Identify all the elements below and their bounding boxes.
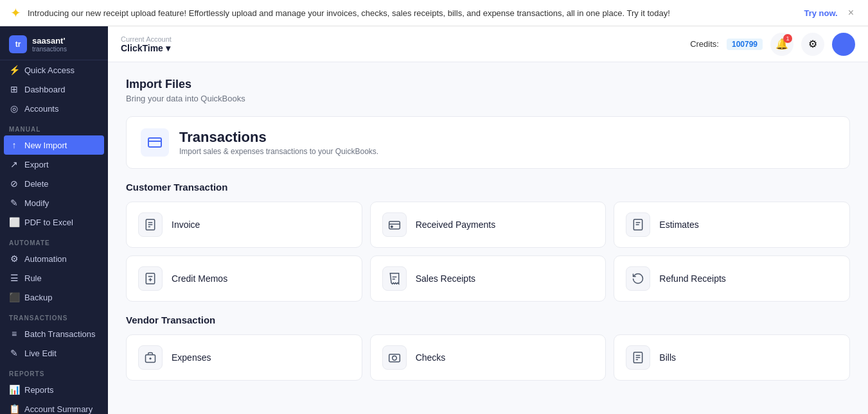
- sidebar-item-reports[interactable]: 📊 Reports: [0, 380, 108, 399]
- card-checks[interactable]: Checks: [370, 334, 607, 381]
- transactions-desc: Import sales & expenses transactions to …: [179, 147, 378, 156]
- invoice-icon: [138, 212, 163, 237]
- logo-box: tr: [9, 35, 27, 53]
- header-right: Credits: 100799 🔔 1 ⚙: [690, 33, 855, 56]
- automation-icon: ⚙: [9, 254, 19, 264]
- user-avatar[interactable]: [832, 33, 855, 56]
- account-name-text: ClickTime: [121, 43, 163, 53]
- sidebar-item-label: Dashboard: [24, 85, 66, 94]
- sidebar-item-label: Account Summary: [24, 404, 93, 414]
- expenses-label: Expenses: [172, 352, 211, 363]
- sidebar-item-label: Batch Transactions: [24, 329, 96, 339]
- vendor-section-title: Vendor Transaction: [126, 315, 850, 325]
- sidebar-item-batch-transactions[interactable]: ≡ Batch Transactions: [0, 324, 108, 343]
- rule-icon: ☰: [9, 273, 19, 283]
- sidebar-item-account-summary[interactable]: 📋 Account Summary: [0, 399, 108, 414]
- banner-close-button[interactable]: ×: [844, 6, 858, 20]
- sidebar-item-label: Modify: [24, 198, 49, 208]
- sidebar-item-backup[interactable]: ⬛ Backup: [0, 288, 108, 307]
- credit-memos-label: Credit Memos: [172, 273, 227, 284]
- new-import-icon: ↑: [9, 140, 19, 150]
- reports-section-label: REPORTS: [0, 363, 108, 380]
- received-payments-label: Received Payments: [416, 220, 496, 230]
- page-subtitle: Bring your data into QuickBooks: [126, 94, 850, 103]
- banner-try-now-link[interactable]: Try now.: [804, 8, 837, 18]
- sales-receipts-label: Sales Receipts: [416, 273, 475, 284]
- invoice-label: Invoice: [172, 220, 200, 230]
- estimates-label: Estimates: [659, 220, 698, 230]
- sidebar-item-quick-access[interactable]: ⚡ Quick Access: [0, 60, 108, 80]
- card-sales-receipts[interactable]: Sales Receipts: [370, 255, 607, 302]
- transactions-title: Transactions: [179, 129, 378, 146]
- top-banner: ✦ Introducing our new receipt upload fea…: [0, 0, 868, 26]
- checks-icon: [382, 345, 407, 370]
- sidebar: tr saasant' transactions ⚡ Quick Access …: [0, 26, 108, 414]
- backup-icon: ⬛: [9, 292, 19, 302]
- transactions-section-label: TRANSACTIONS: [0, 307, 108, 324]
- banner-star-icon: ✦: [10, 5, 21, 21]
- card-expenses[interactable]: Expenses: [126, 334, 362, 381]
- automate-section-label: AUTOMATE: [0, 232, 108, 249]
- refund-receipts-label: Refund Receipts: [659, 273, 726, 284]
- accounts-icon: ◎: [9, 103, 19, 114]
- credit-memos-icon: [138, 266, 163, 291]
- sidebar-item-label: Automation: [24, 254, 67, 264]
- card-bills[interactable]: Bills: [614, 334, 850, 381]
- sidebar-item-dashboard[interactable]: ⊞ Dashboard: [0, 80, 108, 99]
- sidebar-item-label: Backup: [24, 293, 52, 302]
- chevron-down-icon: ▾: [166, 43, 170, 53]
- account-name-selector[interactable]: ClickTime ▾: [121, 43, 172, 53]
- live-edit-icon: ✎: [9, 348, 19, 358]
- dashboard-icon: ⊞: [9, 84, 19, 94]
- reports-icon: 📊: [9, 384, 19, 395]
- sidebar-item-label: Live Edit: [24, 349, 57, 358]
- credits-label: Credits:: [690, 39, 719, 49]
- notifications-button[interactable]: 🔔 1: [770, 33, 793, 56]
- modify-icon: ✎: [9, 198, 19, 208]
- sidebar-item-modify[interactable]: ✎ Modify: [0, 193, 108, 212]
- svg-rect-0: [148, 138, 161, 147]
- main-content: Import Files Bring your data into QuickB…: [108, 62, 868, 414]
- settings-button[interactable]: ⚙: [801, 33, 824, 56]
- sidebar-item-label: Accounts: [24, 104, 58, 114]
- sidebar-item-label: Export: [24, 160, 49, 169]
- sidebar-logo: tr saasant' transactions: [0, 26, 108, 60]
- customer-cards-grid: Invoice Received Payments: [126, 202, 850, 302]
- sidebar-item-export[interactable]: ↗ Export: [0, 155, 108, 174]
- delete-icon: ⊘: [9, 178, 19, 189]
- sidebar-item-automation[interactable]: ⚙ Automation: [0, 249, 108, 268]
- card-received-payments[interactable]: Received Payments: [370, 202, 607, 248]
- received-payments-icon: [382, 212, 407, 237]
- checks-label: Checks: [416, 352, 446, 363]
- card-credit-memos[interactable]: Credit Memos: [126, 255, 362, 302]
- sidebar-item-accounts[interactable]: ◎ Accounts: [0, 99, 108, 118]
- card-estimates[interactable]: Estimates: [614, 202, 850, 248]
- bills-icon: [626, 345, 650, 370]
- vendor-cards-grid: Expenses Checks: [126, 334, 850, 381]
- export-icon: ↗: [9, 159, 19, 169]
- svg-point-22: [392, 356, 396, 361]
- notification-badge: 1: [783, 34, 792, 43]
- transactions-card[interactable]: Transactions Import sales & expenses tra…: [126, 116, 850, 169]
- svg-rect-6: [389, 221, 400, 229]
- sidebar-item-label: Reports: [24, 385, 54, 395]
- manual-section-label: MANUAL: [0, 118, 108, 135]
- sidebar-item-live-edit[interactable]: ✎ Live Edit: [0, 343, 108, 363]
- sidebar-item-new-import[interactable]: ↑ New Import: [4, 135, 104, 155]
- refund-receipts-icon: [626, 266, 650, 291]
- pdf-excel-icon: ⬜: [9, 217, 19, 227]
- transactions-card-icon: [141, 128, 169, 157]
- card-refund-receipts[interactable]: Refund Receipts: [614, 255, 850, 302]
- page-title: Import Files: [126, 78, 850, 91]
- sales-receipts-icon: [382, 266, 407, 291]
- sidebar-item-pdf-to-excel[interactable]: ⬜ PDF to Excel: [0, 212, 108, 232]
- card-invoice[interactable]: Invoice: [126, 202, 362, 248]
- batch-icon: ≡: [9, 329, 19, 339]
- sidebar-item-rule[interactable]: ☰ Rule: [0, 268, 108, 288]
- sidebar-item-label: Rule: [24, 273, 42, 283]
- sidebar-item-label: New Import: [24, 141, 67, 150]
- svg-point-8: [391, 226, 393, 228]
- sidebar-item-delete[interactable]: ⊘ Delete: [0, 174, 108, 193]
- sidebar-item-label: PDF to Excel: [24, 218, 73, 227]
- account-info: Current Account ClickTime ▾: [121, 35, 172, 53]
